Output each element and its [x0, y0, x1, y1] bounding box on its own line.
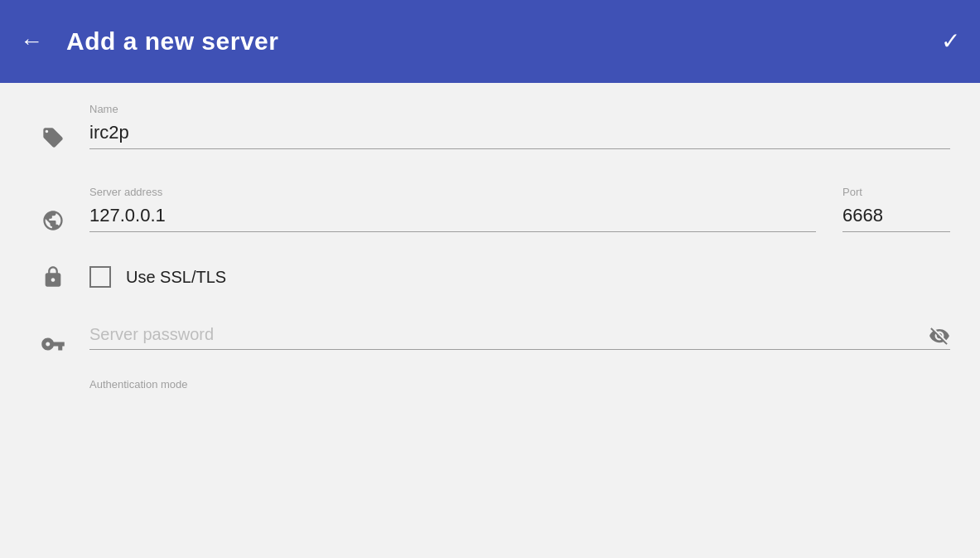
- server-section: Server address Port: [0, 166, 980, 249]
- ssl-section: Use SSL/TLS: [0, 249, 980, 305]
- name-fields: Name: [76, 103, 950, 149]
- password-icon: [30, 322, 76, 357]
- server-fields: Server address Port: [76, 186, 950, 232]
- port-label: Port: [842, 186, 950, 198]
- name-icon: [30, 103, 76, 149]
- eye-off-icon[interactable]: [929, 325, 950, 352]
- app-header: ← Add a new server ✓: [0, 0, 980, 83]
- back-button[interactable]: ←: [20, 30, 43, 53]
- name-section: Name: [0, 83, 980, 166]
- auth-mode-label: Authentication mode: [89, 378, 188, 391]
- page-title: Add a new server: [66, 27, 278, 56]
- ssl-content: Use SSL/TLS: [76, 266, 226, 288]
- ssl-checkbox[interactable]: [89, 266, 111, 288]
- port-input[interactable]: [842, 201, 950, 232]
- name-label: Name: [89, 103, 950, 115]
- password-input[interactable]: [89, 322, 950, 350]
- form-content: Name Server address Port: [0, 83, 980, 558]
- password-field-wrap: [76, 322, 950, 350]
- ssl-icon: [30, 265, 76, 289]
- address-port-row: Server address Port: [89, 186, 950, 232]
- port-field: Port: [842, 186, 950, 232]
- server-icon: [30, 186, 76, 232]
- ssl-label: Use SSL/TLS: [126, 268, 226, 287]
- password-section: [0, 305, 980, 366]
- name-input[interactable]: [89, 119, 950, 149]
- server-address-label: Server address: [89, 186, 816, 198]
- address-field: Server address: [89, 186, 816, 232]
- header-left: ← Add a new server: [20, 27, 278, 56]
- confirm-button[interactable]: ✓: [941, 30, 960, 53]
- auth-section: Authentication mode: [0, 366, 980, 398]
- server-address-input[interactable]: [89, 201, 816, 232]
